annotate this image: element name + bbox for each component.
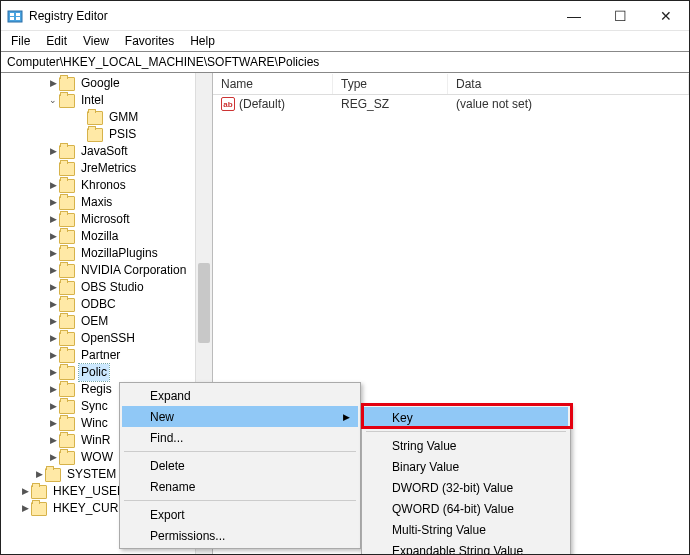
expand-icon[interactable]: ▶: [47, 350, 59, 362]
menu-bar: File Edit View Favorites Help: [1, 31, 689, 51]
list-header: Name Type Data: [213, 73, 689, 95]
expand-icon[interactable]: ▶: [47, 316, 59, 328]
expand-icon[interactable]: ▶: [47, 282, 59, 294]
folder-icon: [59, 77, 75, 91]
menu-favorites[interactable]: Favorites: [119, 32, 180, 50]
menu-item-new-binary[interactable]: Binary Value: [364, 456, 568, 477]
folder-icon: [59, 162, 75, 176]
tree-node-partner[interactable]: ▶Partner: [3, 347, 212, 364]
tree-node-nvidia[interactable]: ▶NVIDIA Corporation: [3, 262, 212, 279]
menu-item-expand[interactable]: Expand: [122, 385, 358, 406]
maximize-button[interactable]: ☐: [597, 1, 643, 31]
menu-item-new-string[interactable]: String Value: [364, 435, 568, 456]
tree-node-khronos[interactable]: ▶Khronos: [3, 177, 212, 194]
tree-node-obs[interactable]: ▶OBS Studio: [3, 279, 212, 296]
tree-node-microsoft[interactable]: ▶Microsoft: [3, 211, 212, 228]
folder-icon: [59, 332, 75, 346]
svg-rect-3: [10, 17, 14, 20]
collapse-icon[interactable]: ⌄: [47, 95, 59, 107]
expand-icon[interactable]: ▶: [47, 333, 59, 345]
tree-node-policies[interactable]: ▶Polic: [3, 364, 212, 381]
expand-icon[interactable]: ▶: [47, 299, 59, 311]
expand-icon[interactable]: ▶: [47, 248, 59, 260]
menu-separator: [124, 500, 356, 501]
twisty-none: [75, 112, 87, 124]
value-type: REG_SZ: [333, 94, 448, 114]
tree-node-openssh[interactable]: ▶OpenSSH: [3, 330, 212, 347]
folder-icon: [59, 264, 75, 278]
column-data[interactable]: Data: [448, 74, 689, 94]
expand-icon[interactable]: ▶: [19, 503, 31, 515]
menu-item-permissions[interactable]: Permissions...: [122, 525, 358, 546]
menu-item-new-qword[interactable]: QWORD (64-bit) Value: [364, 498, 568, 519]
registry-editor-icon: [7, 8, 23, 24]
folder-icon: [59, 281, 75, 295]
tree-node-google[interactable]: ▶Google: [3, 75, 212, 92]
title-bar: Registry Editor — ☐ ✕: [1, 1, 689, 31]
close-button[interactable]: ✕: [643, 1, 689, 31]
expand-icon[interactable]: ▶: [47, 214, 59, 226]
menu-view[interactable]: View: [77, 32, 115, 50]
tree-node-mozilla[interactable]: ▶Mozilla: [3, 228, 212, 245]
column-type[interactable]: Type: [333, 74, 448, 94]
menu-separator: [124, 451, 356, 452]
menu-item-new-dword[interactable]: DWORD (32-bit) Value: [364, 477, 568, 498]
expand-icon[interactable]: ▶: [47, 231, 59, 243]
menu-item-new-expandstring[interactable]: Expandable String Value: [364, 540, 568, 555]
expand-icon[interactable]: ▶: [47, 418, 59, 430]
address-input[interactable]: [5, 53, 685, 71]
expand-icon[interactable]: ▶: [47, 265, 59, 277]
expand-icon[interactable]: ▶: [33, 469, 45, 481]
expand-icon[interactable]: ▶: [19, 486, 31, 498]
expand-icon[interactable]: ▶: [47, 197, 59, 209]
folder-icon: [59, 298, 75, 312]
menu-item-export[interactable]: Export: [122, 504, 358, 525]
svg-rect-4: [16, 17, 20, 20]
menu-item-delete[interactable]: Delete: [122, 455, 358, 476]
expand-icon[interactable]: ▶: [47, 435, 59, 447]
folder-icon: [59, 247, 75, 261]
menu-item-find[interactable]: Find...: [122, 427, 358, 448]
minimize-button[interactable]: —: [551, 1, 597, 31]
window-title: Registry Editor: [29, 9, 108, 23]
folder-icon: [59, 315, 75, 329]
scrollbar-thumb[interactable]: [198, 263, 210, 343]
tree-node-psis[interactable]: PSIS: [3, 126, 212, 143]
folder-icon: [59, 230, 75, 244]
column-name[interactable]: Name: [213, 74, 333, 94]
tree-node-gmm[interactable]: GMM: [3, 109, 212, 126]
menu-item-new[interactable]: New ▶: [122, 406, 358, 427]
expand-icon[interactable]: ▶: [47, 367, 59, 379]
menu-edit[interactable]: Edit: [40, 32, 73, 50]
folder-icon: [59, 349, 75, 363]
tree-node-odbc[interactable]: ▶ODBC: [3, 296, 212, 313]
folder-icon: [31, 485, 47, 499]
menu-help[interactable]: Help: [184, 32, 221, 50]
expand-icon[interactable]: ▶: [47, 452, 59, 464]
svg-rect-2: [16, 13, 20, 16]
expand-icon[interactable]: ▶: [47, 78, 59, 90]
menu-item-rename[interactable]: Rename: [122, 476, 358, 497]
menu-item-new-key[interactable]: Key: [364, 407, 568, 428]
folder-icon: [31, 502, 47, 516]
tree-node-mozillaplugins[interactable]: ▶MozillaPlugins: [3, 245, 212, 262]
expand-icon[interactable]: ▶: [47, 180, 59, 192]
value-row-default[interactable]: ab (Default) REG_SZ (value not set): [213, 95, 689, 113]
tree-node-oem[interactable]: ▶OEM: [3, 313, 212, 330]
tree-node-jremetrics[interactable]: JreMetrics: [3, 160, 212, 177]
folder-icon: [59, 434, 75, 448]
folder-icon: [59, 383, 75, 397]
value-data: (value not set): [448, 94, 689, 114]
folder-icon: [59, 94, 75, 108]
menu-item-new-multistring[interactable]: Multi-String Value: [364, 519, 568, 540]
expand-icon[interactable]: ▶: [47, 401, 59, 413]
twisty-none: [75, 129, 87, 141]
expand-icon[interactable]: ▶: [47, 384, 59, 396]
string-value-icon: ab: [221, 97, 235, 111]
tree-node-intel[interactable]: ⌄Intel: [3, 92, 212, 109]
tree-node-javasoft[interactable]: ▶JavaSoft: [3, 143, 212, 160]
folder-icon: [59, 213, 75, 227]
expand-icon[interactable]: ▶: [47, 146, 59, 158]
menu-file[interactable]: File: [5, 32, 36, 50]
tree-node-maxis[interactable]: ▶Maxis: [3, 194, 212, 211]
